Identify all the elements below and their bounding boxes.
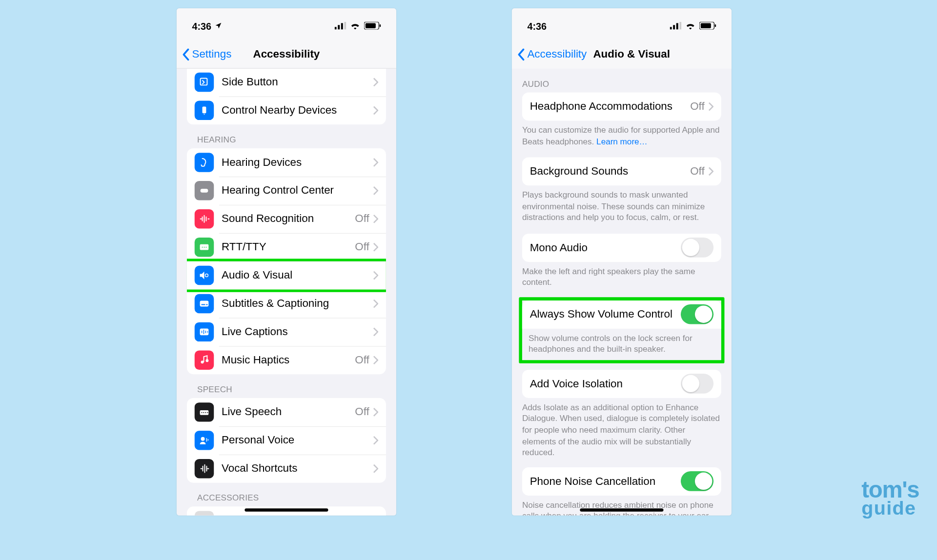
chevron-right-icon [373, 106, 379, 115]
row-label: Headphone Accommodations [530, 100, 691, 113]
chevron-right-icon [373, 408, 379, 417]
isolation-footer: Adds Isolate as an additional option to … [512, 398, 732, 461]
svg-rect-29 [673, 25, 675, 29]
content-scroll[interactable]: AUDIO Headphone Accommodations Off You c… [512, 69, 732, 516]
chevron-right-icon [373, 271, 379, 280]
time-text: 4:36 [192, 20, 211, 31]
live-captions-icon [195, 322, 214, 341]
row-music-haptics[interactable]: Music Haptics Off [187, 346, 386, 374]
ear-icon [195, 153, 214, 172]
svg-point-15 [205, 274, 208, 277]
chevron-right-icon [373, 464, 379, 473]
row-hearing-devices[interactable]: Hearing Devices [187, 148, 386, 177]
row-label: Personal Voice [222, 434, 373, 447]
status-indicators [335, 22, 381, 30]
battery-icon [364, 22, 381, 30]
nav-bar: Settings Accessibility [177, 40, 396, 69]
row-label: Hearing Control Center [222, 184, 373, 197]
watermark-line2: guide [861, 497, 916, 518]
row-label: RTT/TTY [222, 241, 355, 254]
list-hearing: Hearing Devices Hearing Control Center S… [187, 148, 386, 374]
row-personal-voice[interactable]: Personal Voice [187, 426, 386, 455]
audio-visual-icon [195, 266, 214, 285]
row-label: Keyboards & Typing [222, 514, 378, 516]
back-label: Accessibility [527, 48, 587, 61]
status-time: 4:36 [192, 20, 222, 31]
learn-more-link[interactable]: Learn more… [596, 137, 648, 146]
highlight-volume-control: Always Show Volume Control Show volume c… [519, 297, 724, 363]
nearby-icon [195, 101, 214, 120]
content-scroll[interactable]: Side Button Control Nearby Devices HEARI… [177, 69, 396, 516]
svg-rect-2 [341, 23, 343, 29]
row-headphone-accommodations[interactable]: Headphone Accommodations Off [522, 93, 721, 121]
noise-cancellation-toggle[interactable] [681, 471, 713, 491]
svg-rect-8 [203, 106, 206, 113]
back-button[interactable]: Accessibility [517, 48, 587, 61]
chevron-right-icon [373, 215, 379, 223]
row-subtitles[interactable]: Subtitles & Captioning [187, 290, 386, 318]
watermark-toms-guide: tom's guide [861, 480, 919, 516]
back-label: Settings [192, 48, 231, 60]
svg-rect-5 [366, 23, 376, 28]
chevron-right-icon [373, 327, 379, 336]
row-label: Always Show Volume Control [530, 308, 681, 320]
row-control-nearby[interactable]: Control Nearby Devices [187, 96, 386, 124]
volume-control-toggle[interactable] [681, 304, 713, 324]
list-isolation: Add Voice Isolation [522, 370, 721, 398]
background-footer: Plays background sounds to mask unwanted… [512, 185, 732, 225]
audio-header: AUDIO [512, 69, 732, 93]
row-side-button[interactable]: Side Button [187, 69, 386, 97]
svg-point-12 [202, 247, 203, 248]
svg-rect-10 [201, 189, 208, 193]
mono-audio-toggle[interactable] [681, 238, 713, 258]
status-time: 4:36 [527, 20, 547, 31]
row-live-speech[interactable]: Live Speech Off [187, 398, 386, 426]
row-vocal-shortcuts[interactable]: Vocal Shortcuts [187, 455, 386, 483]
svg-rect-17 [202, 304, 205, 305]
chevron-right-icon [373, 242, 379, 251]
list-noise: Phone Noise Cancellation [522, 467, 721, 496]
headphone-footer: You can customize the audio for supporte… [512, 120, 732, 149]
svg-point-25 [205, 412, 206, 413]
back-button[interactable]: Settings [182, 48, 231, 60]
chevron-right-icon [373, 78, 379, 86]
home-indicator[interactable] [580, 508, 663, 512]
row-detail: Off [355, 354, 369, 366]
svg-point-23 [202, 412, 203, 413]
chevron-left-icon [517, 48, 526, 61]
chevron-right-icon [373, 158, 379, 167]
svg-point-9 [204, 114, 205, 115]
volume-footer: Show volume controls on the lock screen … [522, 329, 721, 358]
svg-rect-33 [701, 23, 711, 28]
page-title: Audio & Visual [593, 48, 670, 61]
row-background-sounds[interactable]: Background Sounds Off [522, 158, 721, 186]
svg-rect-1 [338, 25, 340, 29]
speech-header: SPEECH [177, 374, 396, 398]
list-mono: Mono Audio [522, 234, 721, 262]
cellular-icon [670, 22, 682, 30]
svg-rect-30 [676, 23, 678, 29]
hearing-cc-icon [195, 181, 214, 200]
row-label: Live Captions [222, 325, 373, 338]
chevron-right-icon [373, 186, 379, 195]
svg-point-26 [207, 412, 208, 413]
row-detail: Off [355, 406, 369, 419]
personal-voice-icon [195, 431, 214, 450]
row-live-captions[interactable]: Live Captions [187, 318, 386, 346]
row-audio-visual[interactable]: Audio & Visual [187, 261, 386, 290]
row-hearing-control-center[interactable]: Hearing Control Center [187, 177, 386, 205]
row-label: Sound Recognition [222, 213, 355, 225]
row-label: Audio & Visual [222, 269, 373, 281]
svg-point-14 [205, 247, 206, 248]
row-phone-noise-cancellation: Phone Noise Cancellation [522, 467, 721, 496]
voice-isolation-toggle[interactable] [681, 374, 713, 394]
svg-point-21 [205, 359, 208, 362]
location-icon [215, 22, 223, 30]
home-indicator[interactable] [244, 508, 328, 512]
row-rtt-tty[interactable]: RTT/TTY Off [187, 233, 386, 261]
row-mono-audio: Mono Audio [522, 234, 721, 262]
svg-point-24 [204, 412, 204, 413]
row-label: Phone Noise Cancellation [530, 475, 681, 487]
cellular-icon [335, 22, 346, 30]
row-sound-recognition[interactable]: Sound Recognition Off [187, 205, 386, 233]
